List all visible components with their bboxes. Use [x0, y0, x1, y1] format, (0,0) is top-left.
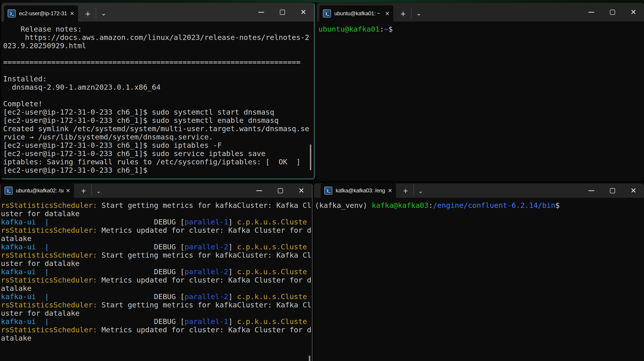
window-controls: ✕ — [249, 184, 312, 198]
terminal-line: Created symlink /etc/systemd/system/mult… — [3, 125, 312, 133]
powershell-icon: ❯_ — [8, 10, 16, 18]
terminal-line: [ec2-user@ip-172-31-0-233 ch6_1]$ sudo i… — [3, 141, 312, 150]
minimize-icon — [588, 12, 594, 12]
minimize-button[interactable] — [581, 3, 602, 22]
minimize-icon — [256, 190, 262, 191]
terminal-line: iptables: Saving firewall rules to /etc/… — [3, 158, 312, 166]
minimize-button[interactable] — [581, 184, 602, 198]
close-tab-icon[interactable]: ✕ — [66, 188, 70, 194]
terminal-line: rsStatisticsScheduler: Start getting met… — [1, 251, 310, 260]
terminal-output[interactable]: Release notes: https://docs.aws.amazon.c… — [1, 22, 314, 178]
terminal-line — [3, 92, 312, 100]
tab-separator — [91, 184, 92, 195]
close-window-button[interactable]: ✕ — [293, 3, 314, 22]
terminal-line: https://docs.aws.amazon.com/linux/al2023… — [3, 34, 312, 42]
powershell-icon: ❯_ — [323, 10, 331, 18]
close-tab-icon[interactable]: ✕ — [388, 188, 392, 194]
terminal-line: kafka-ui | DEBUG [parallel-2] c.p.k.u.s.… — [1, 243, 310, 251]
terminal-line: Release notes: — [3, 25, 312, 34]
tab-separator — [413, 184, 414, 195]
maximize-icon — [610, 188, 615, 193]
terminal-line: [ec2-user@ip-172-31-0-233 ch6_1]$ sudo s… — [3, 150, 312, 158]
powershell-icon: ❯_ — [4, 186, 12, 195]
tab-title: ubuntu@kafka01: ~ — [334, 10, 383, 16]
window-controls: ✕ — [581, 3, 644, 22]
maximize-icon — [280, 10, 285, 15]
maximize-button[interactable] — [602, 3, 623, 22]
terminal-line: Complete! — [3, 100, 312, 108]
titlebar[interactable]: ❯_ ubuntu@kafka01: ~ ✕ + ⌄ ✕ — [316, 3, 644, 22]
tab-ec2-user[interactable]: ❯_ ec2-user@ip-172-31-0-233:~/a ✕ — [4, 6, 78, 22]
window-terminal-kafka01: ❯_ ubuntu@kafka01: ~ ✕ + ⌄ ✕ ubuntu@kafk… — [316, 3, 644, 181]
tab-kafka03[interactable]: ❯_ kafka@kafka03: /engine/conflu ✕ — [321, 184, 396, 198]
terminal-line: atalake — [1, 284, 310, 292]
terminal-line — [3, 50, 312, 58]
minimize-button[interactable] — [251, 3, 272, 22]
tab-separator — [411, 8, 412, 19]
close-tab-icon[interactable]: ✕ — [70, 10, 74, 17]
terminal-line: rsStatisticsScheduler: Metrics updated f… — [1, 276, 310, 284]
terminal-line: rsStatisticsScheduler: Metrics updated f… — [1, 226, 310, 234]
terminal-line: dnsmasq-2.90-1.amzn2023.0.1.x86_64 — [3, 83, 312, 92]
terminal-line: rsStatisticsScheduler: Start getting met… — [1, 201, 310, 210]
tab-dropdown-button[interactable]: ⌄ — [98, 9, 108, 17]
maximize-button[interactable] — [602, 184, 623, 198]
new-tab-button[interactable]: + — [82, 10, 94, 18]
close-window-button[interactable]: ✕ — [623, 184, 644, 198]
terminal-line: rsStatisticsScheduler: Metrics updated f… — [1, 326, 310, 334]
terminal-line: kafka-ui | DEBUG [parallel-2] c.p.k.u.s.… — [1, 292, 310, 301]
terminal-line: kafka-ui | DEBUG [parallel-1] c.p.k.u.s.… — [1, 318, 310, 326]
tab-title: ec2-user@ip-172-31-0-233:~/a — [19, 10, 68, 16]
tab-separator — [96, 8, 96, 19]
powershell-icon: ❯_ — [324, 186, 332, 195]
terminal-line: rsStatisticsScheduler: Start getting met… — [1, 301, 310, 309]
window-terminal-ec2: ❯_ ec2-user@ip-172-31-0-233:~/a ✕ + ⌄ ✕ … — [1, 3, 315, 180]
minimize-icon — [258, 12, 264, 12]
tab-dropdown-button[interactable]: ⌄ — [94, 188, 103, 195]
terminal-line — [3, 66, 312, 75]
terminal-output[interactable]: (kafka_venv) kafka@kafka03:/engine/confl… — [314, 198, 644, 361]
new-tab-button[interactable]: + — [400, 186, 411, 196]
terminal-output[interactable]: ubuntu@kafka01:~$ — [316, 22, 644, 181]
terminal-line: Installed: — [3, 75, 312, 83]
close-window-button[interactable]: ✕ — [291, 184, 312, 198]
terminal-line: 023.9.20250929.html — [3, 42, 312, 50]
new-tab-button[interactable]: + — [78, 186, 89, 196]
minimize-icon — [588, 190, 594, 191]
terminal-line: uster for datalake — [1, 260, 310, 268]
terminal-line: [ec2-user@ip-172-31-0-233 ch6_1]$ sudo s… — [3, 108, 312, 116]
terminal-line: [ec2-user@ip-172-31-0-233 ch6_1]$ — [3, 166, 312, 174]
terminal-line: uster for datalake — [1, 309, 310, 318]
scrollbar-thumb[interactable] — [310, 144, 311, 170]
new-tab-button[interactable]: + — [397, 10, 409, 18]
tab-title: kafka@kafka03: /engine/conflu — [336, 188, 386, 194]
terminal-line: uster for datalake — [1, 210, 310, 218]
window-terminal-kafka03: ❯_ kafka@kafka03: /engine/conflu ✕ + ⌄ ✕… — [314, 184, 644, 361]
terminal-line: [ec2-user@ip-172-31-0-233 ch6_1]$ sudo s… — [3, 116, 312, 125]
titlebar[interactable]: ❯_ ubuntu@kafka02: /src/kafka-p ✕ + ⌄ ✕ — [0, 184, 312, 198]
tab-dropdown-button[interactable]: ⌄ — [416, 188, 425, 195]
titlebar[interactable]: ❯_ kafka@kafka03: /engine/conflu ✕ + ⌄ ✕ — [314, 184, 644, 198]
maximize-icon — [610, 10, 615, 15]
terminal-line: atalake — [1, 234, 310, 243]
tab-dropdown-button[interactable]: ⌄ — [414, 9, 424, 17]
tab-kafka02[interactable]: ❯_ ubuntu@kafka02: /src/kafka-p ✕ — [1, 184, 74, 198]
scrollbar-thumb[interactable] — [309, 356, 310, 361]
maximize-icon — [278, 188, 283, 193]
window-terminal-kafka02: ❯_ ubuntu@kafka02: /src/kafka-p ✕ + ⌄ ✕ … — [0, 184, 312, 361]
close-tab-icon[interactable]: ✕ — [385, 10, 390, 17]
terminal-line: atalake — [1, 334, 310, 342]
terminal-output[interactable]: rsStatisticsScheduler: Start getting met… — [0, 198, 312, 361]
maximize-button[interactable] — [270, 184, 291, 198]
minimize-button[interactable] — [249, 184, 270, 198]
terminal-line: kafka-ui | DEBUG [parallel-1] c.p.k.u.s.… — [1, 218, 310, 226]
desktop-top-edge — [0, 0, 644, 2]
close-window-button[interactable]: ✕ — [623, 3, 644, 22]
terminal-line: kafka-ui | DEBUG [parallel-2] c.p.k.u.s.… — [1, 268, 310, 276]
tab-kafka01[interactable]: ❯_ ubuntu@kafka01: ~ ✕ — [319, 6, 393, 22]
terminal-line: ubuntu@kafka01:~$ — [318, 25, 642, 34]
maximize-button[interactable] — [272, 3, 293, 22]
tab-title: ubuntu@kafka02: /src/kafka-p — [16, 188, 64, 194]
terminal-line: rvice → /usr/lib/systemd/system/dnsmasq.… — [3, 133, 312, 141]
titlebar[interactable]: ❯_ ec2-user@ip-172-31-0-233:~/a ✕ + ⌄ ✕ — [1, 3, 314, 22]
